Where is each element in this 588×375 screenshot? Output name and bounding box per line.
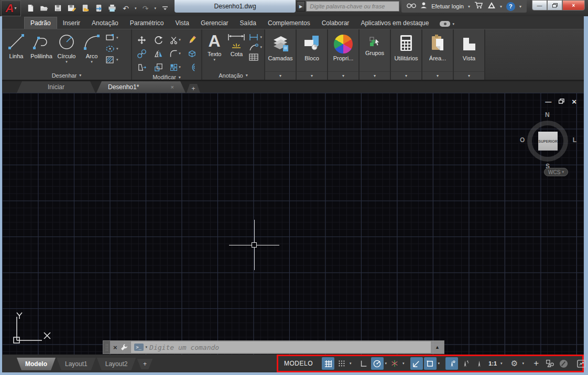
annotation-scale-icon-button[interactable] — [473, 357, 485, 370]
array-dropdown[interactable]: ▾ — [179, 65, 181, 69]
new-layout-button[interactable]: + — [137, 359, 153, 369]
hatch-dropdown[interactable]: ▾ — [116, 58, 118, 62]
tab-colaborar[interactable]: Colaborar — [316, 17, 355, 29]
command-history-up-icon[interactable]: ▲ — [431, 345, 444, 350]
fillet-dropdown[interactable]: ▾ — [179, 51, 181, 56]
search-expand-button[interactable]: ▶ — [297, 1, 305, 12]
restore-button[interactable] — [547, 0, 562, 10]
file-tab-desenho1[interactable]: Desenho1* × — [96, 81, 186, 93]
new-drawing-tab-button[interactable]: + — [187, 84, 200, 93]
model-space-label[interactable]: MODELO — [280, 360, 317, 367]
ellipse-button[interactable]: ▾ — [105, 44, 118, 53]
open-file-button[interactable] — [39, 4, 49, 13]
arc-dropdown[interactable]: ▾ — [91, 60, 93, 64]
mirror-button[interactable] — [150, 47, 166, 60]
panel-camadas[interactable]: Camadas ▾ — [265, 29, 297, 80]
command-dropdown[interactable]: ▾ — [146, 345, 148, 349]
redo-dropdown[interactable]: ▾ — [154, 6, 157, 10]
search-input[interactable] — [307, 3, 399, 9]
array-button[interactable]: ▾ — [167, 60, 183, 74]
object-snap-toggle[interactable] — [424, 357, 437, 370]
fillet-button[interactable]: ▾ — [167, 47, 183, 60]
tab-vista[interactable]: Vista — [169, 17, 194, 29]
linear-dimension-dropdown[interactable]: ▾ — [260, 35, 262, 39]
help-icon[interactable]: ? — [506, 2, 515, 11]
panel-grupos-flyout[interactable]: ▾ — [374, 73, 376, 78]
panel-propriedades-flyout[interactable]: ▾ — [342, 73, 344, 78]
close-button[interactable]: × — [562, 0, 585, 10]
offset-button[interactable] — [184, 60, 200, 74]
tab-gerenciar[interactable]: Gerenciar — [195, 17, 234, 29]
object-snap-tracking-toggle[interactable] — [410, 357, 423, 370]
copy-button[interactable] — [134, 47, 149, 60]
viewcube[interactable]: N S O L SUPERIOR — [522, 111, 574, 169]
panel-vista-flyout[interactable]: ▾ — [468, 73, 470, 78]
undo-dropdown[interactable]: ▾ — [134, 6, 137, 10]
rectangle-dropdown[interactable]: ▾ — [116, 36, 118, 40]
command-line-bar[interactable]: × >_ ▾ ▲ — [103, 340, 444, 354]
graphics-performance-button[interactable] — [557, 357, 570, 370]
tab-complementos[interactable]: Complementos — [262, 17, 316, 29]
panel-anotacao-footer[interactable]: Anotação ▾ — [202, 71, 264, 80]
ortho-mode-toggle[interactable] — [357, 357, 370, 370]
viewcube-west[interactable]: O — [520, 136, 525, 144]
circle-button[interactable]: Círculo ▾ — [55, 31, 79, 64]
viewcube-east[interactable]: L — [573, 136, 576, 144]
tab-saida[interactable]: Saída — [234, 17, 262, 29]
minimize-button[interactable]: — — [532, 0, 547, 10]
trim-button[interactable]: ▾ — [167, 33, 183, 47]
command-bar-wrench-icon[interactable] — [121, 344, 131, 351]
annotation-visibility-toggle[interactable] — [445, 357, 458, 370]
viewport-close-button[interactable]: × — [572, 97, 576, 106]
panel-bloco[interactable]: Bloco ▾ — [297, 29, 328, 80]
tab-anotacao[interactable]: Anotação — [86, 17, 124, 29]
help-dropdown[interactable]: ▾ — [519, 4, 521, 9]
layout-tab-modelo[interactable]: Modelo — [17, 358, 56, 370]
clean-screen-button[interactable] — [575, 357, 587, 370]
hatch-button[interactable]: ▾ — [105, 55, 118, 65]
customize-qat-button[interactable] — [160, 4, 170, 13]
tab-parametrico[interactable]: Paramétrico — [124, 17, 170, 29]
command-bar-close-icon[interactable]: × — [110, 344, 121, 351]
panel-utilitarios[interactable]: Utilitários ▾ — [391, 29, 422, 80]
app-menu-button[interactable]: A ▾ — [1, 1, 21, 16]
panel-bloco-flyout[interactable]: ▾ — [311, 73, 313, 78]
viewport-minimize-button[interactable]: — — [545, 98, 551, 105]
erase-button[interactable] — [184, 33, 200, 47]
osnap-dropdown[interactable]: ▾ — [438, 361, 441, 366]
isodraft-dropdown[interactable]: ▾ — [402, 361, 405, 366]
stretch-button[interactable] — [134, 60, 149, 74]
wcs-menu[interactable]: WCS ▾ — [544, 168, 568, 176]
layout-tab-layout2[interactable]: Layout2 — [97, 358, 136, 370]
viewcube-north[interactable]: N — [545, 111, 550, 119]
drawing-canvas[interactable]: — × N S O L SUPERIOR WCS ▾ × — [2, 93, 584, 355]
share-icon[interactable] — [487, 2, 496, 11]
save-as-button[interactable] — [66, 4, 77, 13]
sign-in-link[interactable]: Efetuar login — [431, 3, 464, 9]
open-from-mobile-button[interactable] — [80, 4, 90, 13]
panel-utilitarios-flyout[interactable]: ▾ — [405, 73, 407, 78]
layout-tab-layout1[interactable]: Layout1 — [57, 358, 96, 370]
workspace-switching-button[interactable]: ⚙ — [508, 357, 521, 370]
ribbon-display-toggle[interactable]: ▾ — [440, 21, 455, 29]
viewcube-top-face[interactable]: SUPERIOR — [538, 132, 558, 151]
dimension-button[interactable]: Cota — [225, 31, 247, 57]
isolate-objects-button[interactable] — [543, 357, 556, 370]
save-to-mobile-button[interactable] — [93, 4, 104, 13]
scale-button[interactable] — [150, 60, 166, 74]
save-button[interactable] — [52, 4, 63, 13]
snap-mode-toggle[interactable] — [335, 357, 348, 370]
grid-display-toggle[interactable] — [322, 357, 334, 370]
app-store-cart-icon[interactable] — [474, 2, 483, 11]
tab-inserir[interactable]: Inserir — [57, 17, 86, 29]
annotation-scale-value[interactable]: 1:1 — [486, 357, 499, 370]
command-input-area[interactable]: >_ ▾ — [131, 341, 431, 353]
share-dropdown[interactable]: ▾ — [500, 4, 502, 9]
annotation-scale-dropdown[interactable]: ▾ — [500, 361, 503, 366]
panel-desenhar-footer[interactable]: Desenhar ▾ — [2, 71, 131, 80]
tab-padrao[interactable]: Padrão — [24, 17, 57, 29]
panel-vista[interactable]: Vista ▾ — [454, 29, 485, 80]
text-dropdown[interactable]: ▾ — [213, 58, 215, 62]
line-button[interactable]: Linha — [4, 31, 28, 59]
leader-button[interactable]: ▾ — [248, 43, 262, 51]
